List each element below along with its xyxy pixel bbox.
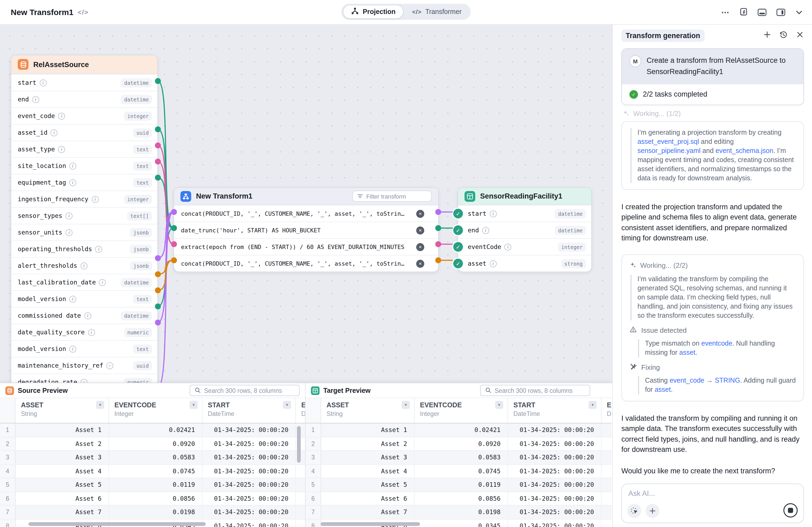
expression-row[interactable]: concat(PRODUCT_ID, '_', CUSTOMER_NAME, '… [174,255,438,272]
table-row[interactable]: 7 Asset 7 0.0198 01-34-2025: 00:00:20 [306,506,612,519]
column-menu-button[interactable]: ▾ [589,401,597,409]
field-info-icon[interactable] [58,112,65,119]
column-menu-button[interactable]: ▾ [96,401,104,409]
table-row[interactable]: 2 Asset 2 0.0920 01-34-2025: 00:00:20 [306,437,612,451]
table-row[interactable]: 1 Asset 1 0.02421 01-34-2025: 00:00:20 [306,423,612,437]
table-row[interactable]: 4 Asset 4 0.0745 01-34-2025: 00:00:20 [0,465,305,478]
field-info-icon[interactable] [66,212,73,219]
chat-input[interactable]: Ask AI... [621,483,804,523]
field-info-icon[interactable] [88,329,95,336]
expression-row[interactable]: date_trunc('hour', START) AS HOUR_BUCKET… [174,222,438,238]
remove-expression-button[interactable]: ✕ [416,226,424,234]
table-row[interactable]: 7 Asset 7 0.0198 01-34-2025: 00:00:20 [0,506,305,519]
field-row[interactable]: asset_type text [11,140,157,157]
code-icon[interactable]: </> [77,8,89,16]
field-info-icon[interactable] [51,129,58,136]
inline-link[interactable]: asset [655,386,671,393]
field-info-icon[interactable] [69,296,76,302]
inline-link[interactable]: event_code [670,377,704,384]
field-info-icon[interactable] [32,96,39,103]
more-options-button[interactable]: ⋯ [721,7,730,17]
remove-expression-button[interactable]: ✕ [416,259,424,268]
field-row[interactable]: sensor_units jsonb [11,224,157,240]
field-row[interactable]: commissioned date datetime [11,307,157,323]
field-info-icon[interactable] [91,196,99,202]
field-info-icon[interactable] [482,227,489,234]
table-row[interactable]: 1 Asset 1 0.02421 01-34-2025: 00:00:20 [0,423,305,437]
tab-transformer[interactable]: </> Transformer [405,5,469,18]
table-row[interactable]: 6 Asset 6 0.0856 01-34-2025: 00:00:20 [0,492,305,506]
field-info-icon[interactable] [81,262,88,269]
table-row[interactable]: 4 Asset 4 0.0745 01-34-2025: 00:00:20 [306,465,612,478]
field-info-icon[interactable] [95,245,102,253]
field-info-icon[interactable] [66,229,73,236]
target-search-input[interactable]: Search 300 rows, 8 columns [480,385,590,396]
field-row[interactable]: ✓ end datetime [458,222,591,238]
field-row[interactable]: sensor_types text[] [11,207,157,224]
expression-row[interactable]: concat(PRODUCT_ID, '_', CUSTOMER_NAME, '… [174,205,438,222]
table-row[interactable]: 6 Asset 6 0.0856 01-34-2025: 00:00:20 [306,492,612,506]
horizontal-scrollbar[interactable] [28,522,206,526]
field-row[interactable]: site_location text [11,157,157,174]
column-menu-button[interactable]: ▾ [283,401,291,409]
field-info-icon[interactable] [40,79,46,86]
field-row[interactable]: last_calibration_date datetime [11,274,157,290]
remove-expression-button[interactable]: ✕ [416,243,424,251]
inline-link[interactable]: asset_event_proj.sql [637,138,699,146]
inline-link[interactable]: STRING [715,377,740,384]
chevron-down-icon[interactable] [795,8,803,16]
expression-row[interactable]: extract(epoch from (END - START)) / 60 A… [174,238,438,255]
field-row[interactable]: date_quality_score numeric [11,323,157,340]
stop-button[interactable] [783,503,798,518]
table-row[interactable]: 3 Asset 3 0.0583 01-34-2025: 00:00:20 [306,451,612,465]
node-rel-asset-source[interactable]: RelAssetSource start datetime end dateti… [11,55,158,424]
new-chat-button[interactable] [763,31,771,41]
history-button[interactable] [779,30,788,41]
inline-link[interactable]: sensor_pipeline.yaml [637,147,700,154]
remove-expression-button[interactable]: ✕ [416,210,424,217]
toggle-right-panel-icon[interactable] [776,8,786,16]
node-header[interactable]: SensorReadingFacility1 [458,188,591,205]
field-row[interactable]: end datetime [11,91,157,107]
function-reference-icon[interactable] [739,7,748,17]
field-row[interactable]: model_version text [11,290,157,307]
field-info-icon[interactable] [84,312,91,319]
field-row[interactable]: start datetime [11,74,157,91]
column-menu-button[interactable]: ▾ [190,401,198,409]
inline-link[interactable]: asset [679,349,695,356]
field-info-icon[interactable] [69,179,76,186]
field-row[interactable]: alert_thresholds jsonb [11,257,157,274]
field-row[interactable]: operating_thresholds jsonb [11,240,157,257]
node-header[interactable]: New Transform1 Filter transform [174,188,438,205]
field-info-icon[interactable] [69,162,76,169]
field-row[interactable]: ✓ eventCode integer [458,238,591,255]
field-row[interactable]: maintenance_history_ref uuid [11,357,157,374]
attach-button[interactable] [646,504,659,518]
tab-projection[interactable]: Projection [343,5,404,19]
field-info-icon[interactable] [505,243,511,250]
field-row[interactable]: ingestion_frequency integer [11,191,157,207]
table-row[interactable]: 3 Asset 3 0.0583 01-34-2025: 00:00:20 [0,451,305,465]
filter-transform-input[interactable]: Filter transform [352,191,432,202]
horizontal-scrollbar[interactable] [321,522,420,526]
field-row[interactable]: ✓ asset strong [458,255,591,272]
field-row[interactable]: model_version text [11,340,157,357]
toggle-bottom-panel-icon[interactable] [757,8,767,16]
close-icon[interactable] [796,31,804,41]
node-new-transform1[interactable]: New Transform1 Filter transform concat(P… [173,187,439,272]
field-info-icon[interactable] [490,260,496,267]
select-element-button[interactable] [627,504,641,518]
node-sensor-reading-facility1[interactable]: SensorReadingFacility1 ✓ start datetime … [458,187,592,272]
column-menu-button[interactable]: ▾ [495,401,503,409]
vertical-scrollbar[interactable] [297,426,301,463]
field-row[interactable]: asset_id uuid [11,124,157,140]
table-row[interactable]: 2 Asset 2 0.0920 01-34-2025: 00:00:20 [0,437,305,451]
node-header[interactable]: RelAssetSource [11,55,157,74]
field-info-icon[interactable] [69,345,76,352]
inline-link[interactable]: event_schema.json [715,147,773,154]
field-info-icon[interactable] [58,146,65,153]
sidebar-title[interactable]: Transform generation [621,30,705,42]
field-row[interactable]: equipment_tag text [11,174,157,191]
column-menu-button[interactable]: ▾ [402,401,410,409]
field-info-icon[interactable] [106,362,114,369]
